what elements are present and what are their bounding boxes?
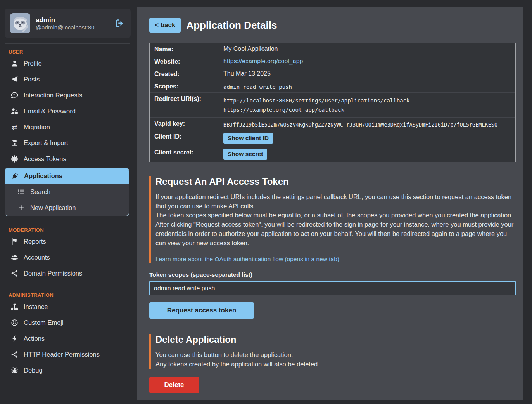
- user-info: admin @admin@localhost:80...: [36, 16, 109, 31]
- sidebar-item-applications[interactable]: Applications: [5, 168, 129, 184]
- row-label: Redirect URI(s):: [154, 95, 223, 102]
- delete-application-section: Delete Application You can use this butt…: [149, 334, 516, 393]
- sidebar-item-debug[interactable]: Debug: [5, 362, 131, 378]
- sidebar-item-label: Search: [30, 188, 50, 196]
- sidebar-item-label: Reports: [24, 238, 46, 245]
- logout-icon: [115, 19, 124, 28]
- sidebar-item-interaction-requests[interactable]: Interaction Requests: [5, 87, 131, 103]
- page-title: Application Details: [186, 19, 277, 31]
- sidebar-item-label: New Application: [30, 204, 76, 212]
- table-row-website: Website: https://example.org/cool_app: [150, 55, 515, 68]
- applications-submenu: Search New Application: [5, 184, 129, 216]
- sidebar-item-domain-permissions[interactable]: Domain Permissions: [5, 265, 131, 281]
- request-token-paragraph: The token scopes specified below must be…: [155, 211, 516, 220]
- row-label: Vapid key:: [154, 120, 223, 127]
- oauth-flow-link[interactable]: Learn more about the OAuth authenticatio…: [155, 256, 339, 263]
- delete-line: Any tokens created by the application wi…: [155, 360, 516, 369]
- sidebar-item-accounts[interactable]: Accounts: [5, 250, 131, 265]
- sidebar-item-label: Debug: [24, 367, 43, 374]
- bolt-icon: [11, 335, 18, 342]
- back-button[interactable]: < back: [149, 18, 181, 33]
- sidebar-item-migration[interactable]: ⇄ Migration: [5, 119, 131, 135]
- paper-plane-icon: [11, 76, 18, 83]
- sidebar-section-user: USER Profile Posts Interaction Requests: [5, 49, 131, 216]
- user-handle: @admin@localhost:80...: [36, 24, 109, 31]
- token-scopes-label: Token scopes (space-separated list): [149, 271, 516, 278]
- sidebar-item-actions[interactable]: Actions: [5, 331, 131, 347]
- show-client-id-button[interactable]: Show client ID: [223, 133, 273, 144]
- sidebar-item-new-application[interactable]: New Application: [5, 200, 129, 216]
- row-label: Name:: [154, 45, 223, 53]
- redirect-uris-value: http://localhost:8080/settings/user/appl…: [223, 95, 409, 115]
- token-scopes-input[interactable]: [149, 281, 516, 295]
- share-nodes-icon: [11, 270, 18, 277]
- sidebar-item-instance[interactable]: Instance: [5, 299, 131, 315]
- section-label-moderation: MODERATION: [9, 227, 131, 233]
- table-row-scopes: Scopes: admin read write push: [150, 80, 515, 92]
- request-token-text-block: Request An API Access Token If your appl…: [149, 176, 516, 263]
- logout-button[interactable]: [114, 18, 125, 29]
- smiley-icon: [11, 319, 18, 326]
- delete-description: You can use this button to delete the ap…: [155, 350, 516, 369]
- sidebar-item-export-import[interactable]: Export & Import: [5, 135, 131, 151]
- show-secret-button[interactable]: Show secret: [223, 149, 267, 160]
- row-label: Scopes:: [154, 83, 223, 90]
- sidebar-item-reports[interactable]: Reports: [5, 234, 131, 250]
- sidebar-item-profile[interactable]: Profile: [5, 55, 131, 71]
- sidebar-item-http-header-permissions[interactable]: HTTP Header Permissions: [5, 347, 131, 362]
- section-label-user: USER: [9, 49, 131, 55]
- request-token-paragraph: If your application redirect URIs includ…: [155, 192, 516, 211]
- sidebar: admin @admin@localhost:80... USER Profil…: [0, 0, 134, 404]
- sidebar-item-posts[interactable]: Posts: [5, 71, 131, 87]
- sidebar-item-label: Access Tokens: [24, 155, 66, 163]
- table-row-vapid-key: Vapid key: BBJffJ219b5iE512m7wQSzv4KgKDh…: [150, 117, 515, 130]
- scopes-value: admin read write push: [223, 83, 292, 90]
- sidebar-item-custom-emoji[interactable]: Custom Emoji: [5, 315, 131, 331]
- row-label: Client ID:: [154, 133, 223, 140]
- sitemap-icon: [11, 303, 18, 310]
- floppy-disk-icon: [11, 139, 18, 147]
- sidebar-item-access-tokens[interactable]: Access Tokens: [5, 151, 131, 167]
- delete-button[interactable]: Delete: [149, 377, 199, 393]
- sidebar-item-label: Interaction Requests: [24, 92, 82, 99]
- table-row-name: Name: My Cool Application: [150, 43, 515, 55]
- plus-icon: [17, 204, 25, 212]
- sidebar-divider: [5, 222, 130, 222]
- comment-dots-icon: [11, 92, 18, 99]
- sidebar-item-label: Actions: [24, 335, 45, 342]
- redirect-uri: http://localhost:8080/settings/user/appl…: [223, 96, 409, 106]
- website-link[interactable]: https://example.org/cool_app: [223, 58, 303, 64]
- exchange-arrows-icon: ⇄: [11, 123, 18, 131]
- list-icon: [17, 188, 25, 196]
- sidebar-item-label: Posts: [24, 76, 40, 83]
- request-token-section: Request An API Access Token If your appl…: [149, 176, 516, 319]
- table-row-redirect-uris: Redirect URI(s): http://localhost:8080/s…: [150, 92, 515, 117]
- sidebar-item-email-password[interactable]: Email & Password: [5, 103, 131, 119]
- user-lock-icon: [11, 108, 18, 115]
- sidebar-divider: [5, 287, 130, 287]
- bug-icon: [11, 367, 18, 374]
- users-icon: [11, 254, 18, 261]
- application-name-value: My Cool Application: [223, 45, 278, 52]
- sidebar-item-label: Email & Password: [24, 108, 76, 115]
- section-label-administration: ADMINISTRATION: [9, 292, 131, 298]
- redirect-uri: https://example.org/cool_app/callback: [223, 106, 409, 115]
- sidebar-item-label: Custom Emoji: [24, 319, 64, 326]
- certificate-seal-icon: [11, 155, 18, 163]
- delete-line: You can use this button to delete the ap…: [155, 350, 516, 360]
- row-label: Client secret:: [154, 149, 223, 156]
- plug-icon: [11, 172, 19, 180]
- table-row-client-secret: Client secret: Show secret: [150, 146, 515, 162]
- sidebar-section-moderation: MODERATION Reports Accounts Domain Permi: [5, 222, 131, 281]
- user-icon: [11, 60, 18, 67]
- applications-group: Applications Search New Applic: [5, 168, 129, 216]
- delete-text-block: Delete Application You can use this butt…: [149, 334, 516, 369]
- sidebar-item-label: Export & Import: [24, 139, 68, 147]
- avatar: [10, 13, 30, 33]
- sidebar-item-label: Instance: [24, 303, 48, 310]
- request-access-token-button[interactable]: Request access token: [149, 302, 254, 319]
- sidebar-item-label: Profile: [24, 60, 42, 67]
- sidebar-item-label: HTTP Header Permissions: [24, 351, 100, 358]
- sidebar-item-label: Applications: [24, 172, 62, 180]
- sidebar-item-applications-search[interactable]: Search: [5, 184, 129, 200]
